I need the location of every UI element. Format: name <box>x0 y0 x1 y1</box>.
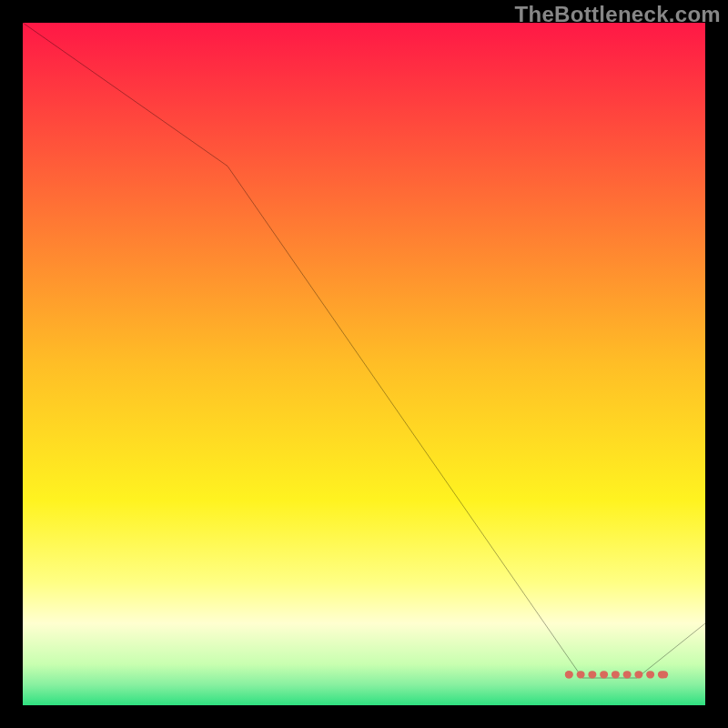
svg-point-1 <box>565 671 572 678</box>
svg-point-2 <box>661 671 668 678</box>
gradient-background <box>23 23 705 705</box>
highlight-band <box>565 671 668 678</box>
chart-frame: TheBottleneck.com <box>0 0 728 728</box>
bottleneck-chart <box>23 23 705 705</box>
